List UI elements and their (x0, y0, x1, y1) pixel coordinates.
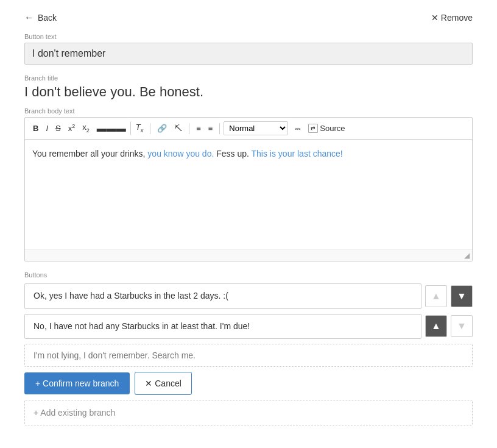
up-arrow-button-2[interactable]: ▲ (425, 315, 447, 337)
button-text-input[interactable] (24, 43, 473, 65)
clear-format-button[interactable]: Tx (130, 121, 146, 135)
remove-button[interactable]: ✕ Remove (431, 13, 473, 23)
superscript-button[interactable]: x2 (65, 122, 79, 134)
format-select[interactable]: Normal Heading 1 Heading 2 Heading 3 Pre… (224, 121, 288, 135)
button-item-row-2: No, I have not had any Starbucks in at l… (24, 314, 473, 340)
remove-label: Remove (441, 13, 473, 23)
ordered-list-button[interactable]: ≡ (205, 123, 216, 134)
subscript-button[interactable]: x2 (79, 121, 93, 135)
unlink-button[interactable]: ⛏ (171, 123, 185, 134)
body-editor: B I S x2 x2 ▬▬▬ Tx 🔗 ⛏ ≡ ≡ Normal Headin… (24, 117, 473, 261)
back-label: Back (38, 13, 57, 23)
down-arrow-button-2[interactable]: ▼ (451, 315, 473, 337)
editor-resize: ◢ (25, 249, 472, 261)
button-text-label: Button text (24, 33, 473, 40)
add-existing-button[interactable]: + Add existing branch (24, 400, 473, 425)
up-arrow-button-1[interactable]: ▲ (425, 285, 447, 307)
source-icon: ⇄ (308, 124, 318, 133)
link-button[interactable]: 🔗 (154, 123, 170, 134)
strikethrough-button[interactable]: S (52, 123, 64, 134)
body-text-part1: You remember all your drinks, (32, 149, 147, 158)
branch-body-label: Branch body text (24, 107, 473, 115)
source-button[interactable]: ⇄ Source (305, 122, 348, 135)
body-text-highlight2: This is your last chance! (252, 149, 343, 158)
new-button-input[interactable] (24, 344, 473, 367)
branch-title: I don't believe you. Be honest. (24, 84, 473, 100)
body-text-highlight1: you know you do. (147, 149, 214, 158)
back-arrow-icon: ← (24, 12, 34, 23)
action-row: + Confirm new branch ✕ Cancel (24, 372, 473, 395)
resize-icon: ◢ (464, 251, 470, 260)
button-item-row-1: Ok, yes I have had a Starbucks in the la… (24, 283, 473, 309)
sep3 (219, 123, 220, 134)
unordered-list-button[interactable]: ≡ (193, 123, 204, 134)
branch-title-label: Branch title (24, 74, 473, 82)
back-button[interactable]: ← Back (24, 12, 57, 23)
buttons-section-label: Buttons (24, 271, 473, 279)
italic-button[interactable]: I (43, 123, 51, 134)
cancel-button[interactable]: ✕ Cancel (135, 372, 191, 395)
blockquote-button[interactable]: ▬▬▬ (94, 122, 129, 135)
editor-toolbar: B I S x2 x2 ▬▬▬ Tx 🔗 ⛏ ≡ ≡ Normal Headin… (25, 118, 472, 140)
button-item-2[interactable]: No, I have not had any Starbucks in at l… (24, 314, 421, 340)
body-text-part2: Fess up. (214, 149, 251, 158)
sep2 (189, 123, 189, 134)
remove-x-icon: ✕ (431, 13, 439, 23)
bold-button[interactable]: B (30, 123, 41, 134)
down-arrow-button-1[interactable]: ▼ (451, 285, 473, 307)
editor-content[interactable]: You remember all your drinks, you know y… (25, 140, 472, 249)
button-item-1[interactable]: Ok, yes I have had a Starbucks in the la… (24, 283, 421, 309)
confirm-button[interactable]: + Confirm new branch (24, 372, 130, 394)
source-label: Source (320, 124, 345, 132)
table-button[interactable]: ⎓ (292, 122, 304, 135)
sep1 (150, 123, 150, 134)
